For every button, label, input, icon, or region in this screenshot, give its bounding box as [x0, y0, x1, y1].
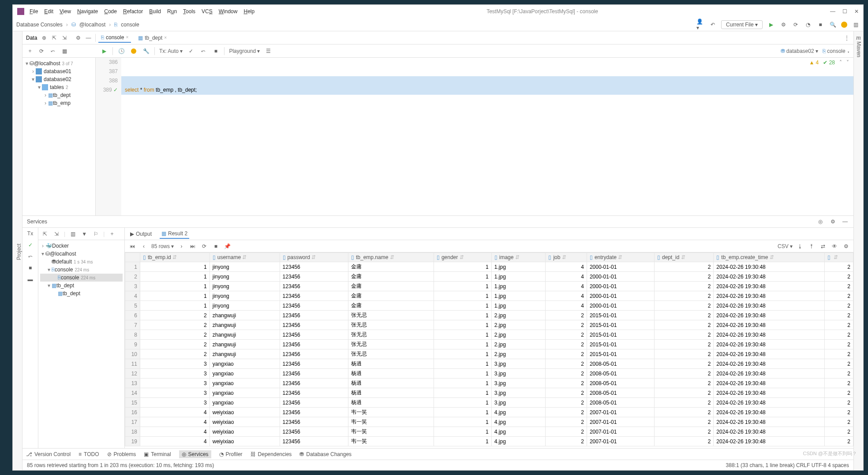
column-header[interactable]: ▯gender ⇵	[434, 253, 491, 262]
export-format-select[interactable]: CSV ▾	[778, 243, 793, 249]
up-icon[interactable]: ˄	[839, 59, 842, 66]
menu-build[interactable]: Build	[149, 8, 161, 15]
refresh-icon[interactable]: ⟳	[37, 47, 45, 55]
column-header[interactable]: ▯username ⇵	[210, 253, 280, 262]
todo-button[interactable]: ≡ TODO	[79, 451, 99, 457]
schema-select[interactable]: ⛃ database02 ▾	[781, 48, 818, 54]
table-row[interactable]: 7 2zhangwuji123456张无忌 12.jpg22015-01-01 …	[125, 320, 853, 330]
menu-run[interactable]: Run	[167, 8, 177, 15]
profile-icon[interactable]: ◔	[804, 21, 812, 29]
playground-select[interactable]: Playground ▾	[229, 48, 260, 54]
add-icon[interactable]: ⊕	[41, 34, 47, 42]
table-row[interactable]: 9 2zhangwuji123456张无忌 12.jpg22015-01-01 …	[125, 340, 853, 349]
breadcrumb-item[interactable]: @localhost	[79, 22, 106, 28]
tree-node[interactable]: database01	[44, 68, 71, 74]
stop-icon[interactable]: ■	[816, 21, 824, 29]
down-icon[interactable]: ˅	[846, 59, 849, 66]
run-config-select[interactable]: Current File ▾	[721, 20, 763, 29]
rollback-icon[interactable]: ⤺	[199, 47, 207, 55]
hide-icon[interactable]: —	[85, 34, 92, 42]
output-tab[interactable]: ▶ Output	[128, 230, 153, 238]
table-row[interactable]: 13 3yangxiao123456杨逍 13.jpg22008-05-01 2…	[125, 379, 853, 388]
column-header[interactable]: ▯ ⇵	[824, 253, 853, 262]
execute-icon[interactable]: ▶	[100, 47, 108, 55]
tab-tbdept[interactable]: ▦ tb_dept ×	[135, 33, 169, 42]
stop-icon[interactable]: ■	[212, 242, 220, 250]
menu-tools[interactable]: Tools	[183, 8, 195, 15]
tab-close-icon[interactable]: ×	[126, 35, 128, 40]
tree-node[interactable]: tables	[50, 84, 64, 90]
expand-icon[interactable]: ⇱	[51, 34, 57, 42]
column-header[interactable]: ▯tb_emp.name ⇵	[348, 253, 434, 262]
reload-icon[interactable]: ⟳	[200, 242, 208, 250]
menu-refactor[interactable]: Refactor	[123, 8, 143, 15]
dependencies-button[interactable]: ⛓ Dependencies	[251, 451, 292, 457]
tree-node[interactable]: console	[61, 275, 79, 281]
next-page-icon[interactable]: ›	[177, 242, 185, 250]
target-icon[interactable]: ◎	[816, 218, 824, 226]
tree-node[interactable]: @localhost	[50, 251, 76, 257]
chevron-right-icon[interactable]: ›	[43, 100, 48, 106]
menu-view[interactable]: View	[60, 8, 71, 15]
chevron-right-icon[interactable]: ›	[43, 92, 48, 98]
table-row[interactable]: 14 3yangxiao123456杨逍 13.jpg22008-05-01 2…	[125, 388, 853, 398]
table-row[interactable]: 6 2zhangwuji123456张无忌 12.jpg22015-01-01 …	[125, 311, 853, 320]
commit-icon[interactable]: ✓	[28, 242, 33, 248]
column-header[interactable]: ▯image ⇵	[491, 253, 546, 262]
code-area[interactable]: select * from tb_emp , tb_dept;	[121, 58, 853, 215]
menu-code[interactable]: Code	[104, 8, 117, 15]
coverage-icon[interactable]: ⟳	[792, 21, 800, 29]
group-icon[interactable]: ▥	[69, 230, 77, 238]
stop-icon[interactable]: ■	[212, 47, 220, 55]
column-header[interactable]: ▯tb_emp.create_time ⇵	[714, 253, 824, 262]
result-grid[interactable]: ▯tb_emp.id ⇵▯username ⇵▯password ⇵▯tb_em…	[125, 252, 853, 448]
user-icon[interactable]: 👤▾	[696, 21, 704, 29]
tree-node[interactable]: Docker	[52, 243, 69, 249]
tree-node[interactable]: tb_emp	[53, 100, 71, 106]
result-tab[interactable]: ▦ Result 2	[160, 229, 189, 239]
maximize-icon[interactable]: ☐	[842, 8, 847, 15]
minimize-icon[interactable]: —	[830, 8, 835, 15]
debug-icon[interactable]: ⚙	[779, 21, 787, 29]
explain-icon[interactable]	[131, 48, 136, 54]
stop-icon[interactable]: ■	[29, 265, 32, 271]
chevron-down-icon[interactable]: ▾	[24, 60, 30, 67]
more-icon[interactable]: ⋮	[843, 34, 851, 42]
check-icon[interactable]: ✔ 28	[823, 59, 835, 66]
commit-icon[interactable]: ✓	[187, 47, 195, 55]
column-header[interactable]: ▯job ⇵	[546, 253, 587, 262]
table-row[interactable]: 18 4weiyixiao123456韦一笑 14.jpg22007-01-01…	[125, 427, 853, 437]
tree-node[interactable]: database02	[44, 76, 71, 82]
terminal-button[interactable]: ▣ Terminal	[144, 451, 171, 457]
settings-stripe-icon[interactable]: ▥	[852, 21, 860, 29]
table-row[interactable]: 19 4weiyixiao123456韦一笑 14.jpg22007-01-01…	[125, 437, 853, 446]
menu-file[interactable]: File	[30, 8, 38, 15]
collapse-all-icon[interactable]: ⇲	[52, 230, 60, 238]
maven-tool-button[interactable]: m	[856, 34, 861, 41]
layout-icon[interactable]: ▬	[28, 276, 33, 282]
ide-update-icon[interactable]	[841, 22, 847, 28]
chevron-down-icon[interactable]: ▾	[30, 76, 36, 82]
gear-icon[interactable]: ⚙	[75, 34, 82, 42]
rollback-icon[interactable]: ⤺	[49, 47, 57, 55]
tx-mode-select[interactable]: Tx: Auto ▾	[159, 48, 183, 54]
chevron-right-icon[interactable]: ›	[30, 68, 36, 74]
bookmark-icon[interactable]: ⚐	[92, 230, 100, 238]
close-icon[interactable]: ✕	[854, 8, 859, 15]
collapse-icon[interactable]: ⇲	[61, 34, 68, 42]
table-row[interactable]: 15 3yangxiao123456杨逍 13.jpg22008-05-01 2…	[125, 398, 853, 408]
filter-icon[interactable]: ▼	[80, 230, 88, 238]
menu-navigate[interactable]: Navigate	[77, 8, 98, 15]
layout-icon[interactable]: ☰	[264, 47, 272, 55]
tree-node[interactable]: default	[56, 259, 72, 265]
history-icon[interactable]: 🕓	[117, 47, 125, 55]
table-row[interactable]: 2 1jinyong123456金庸 11.jpg42000-01-01 220…	[125, 272, 853, 282]
table-row[interactable]: 11 3yangxiao123456杨逍 13.jpg22008-05-01 2…	[125, 359, 853, 369]
gear-icon[interactable]: ⚙	[829, 218, 837, 226]
warning-icon[interactable]: ▲ 4	[809, 59, 819, 66]
menu-window[interactable]: Window	[219, 8, 238, 15]
console-select[interactable]: ⎘ console ▾	[823, 48, 850, 54]
expand-all-icon[interactable]: ⇱	[41, 230, 49, 238]
tree-node[interactable]: tb_dept	[53, 92, 71, 98]
menu-help[interactable]: Help	[243, 8, 254, 15]
